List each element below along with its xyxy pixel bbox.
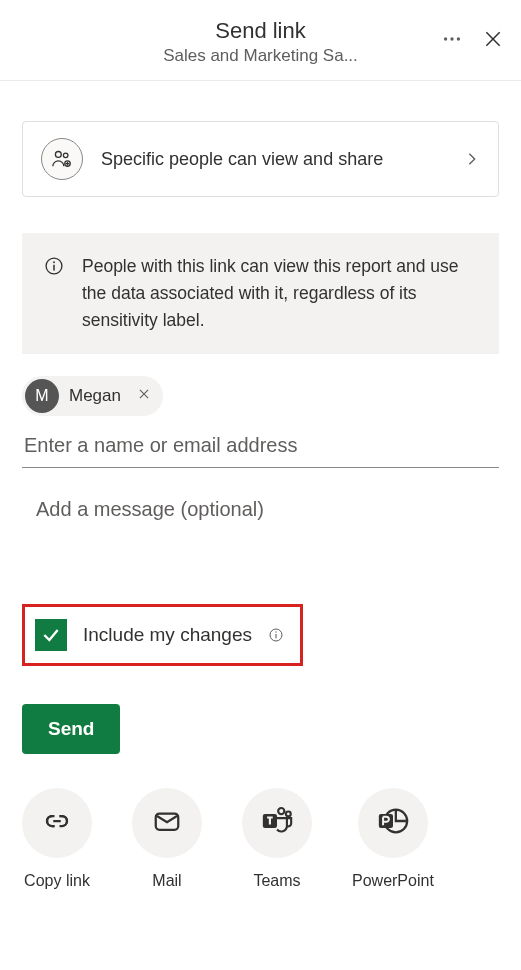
mail-label: Mail: [152, 872, 181, 890]
svg-rect-11: [275, 634, 276, 638]
svg-point-10: [275, 632, 276, 633]
link-settings-text: Specific people can view and share: [101, 149, 383, 170]
avatar: M: [25, 379, 59, 413]
info-banner: People with this link can view this repo…: [22, 233, 499, 354]
svg-point-7: [53, 261, 55, 263]
more-options-icon[interactable]: [441, 28, 463, 50]
include-changes-info-icon[interactable]: [268, 627, 284, 643]
svg-point-3: [55, 151, 61, 157]
recipient-name: Megan: [69, 386, 121, 406]
svg-point-2: [457, 37, 460, 40]
info-icon: [44, 256, 64, 280]
link-icon: [42, 806, 72, 840]
teams-label: Teams: [253, 872, 300, 890]
info-text: People with this link can view this repo…: [82, 253, 477, 334]
dialog-title: Send link: [163, 18, 358, 44]
remove-recipient-icon[interactable]: [137, 387, 151, 405]
svg-point-0: [444, 37, 447, 40]
message-input[interactable]: [22, 468, 499, 598]
copy-link-button[interactable]: Copy link: [22, 788, 92, 890]
link-settings-button[interactable]: Specific people can view and share: [22, 121, 499, 197]
recipient-chip[interactable]: M Megan: [22, 376, 163, 416]
mail-icon: [152, 806, 182, 840]
svg-rect-8: [53, 265, 55, 271]
include-changes-row: Include my changes: [22, 604, 303, 666]
svg-point-1: [450, 37, 453, 40]
close-icon[interactable]: [483, 29, 503, 49]
powerpoint-button[interactable]: PowerPoint: [352, 788, 434, 890]
send-button[interactable]: Send: [22, 704, 120, 754]
teams-icon: [260, 804, 294, 842]
svg-point-13: [278, 808, 284, 814]
svg-point-14: [286, 812, 291, 817]
name-email-input[interactable]: [22, 416, 499, 468]
chevron-right-icon: [464, 151, 480, 167]
copy-link-label: Copy link: [24, 872, 90, 890]
powerpoint-icon: [376, 804, 410, 842]
svg-point-4: [63, 153, 68, 158]
powerpoint-label: PowerPoint: [352, 872, 434, 890]
people-icon: [41, 138, 83, 180]
include-changes-checkbox[interactable]: [35, 619, 67, 651]
dialog-subtitle: Sales and Marketing Sa...: [163, 46, 358, 66]
share-options: Copy link Mail: [22, 788, 499, 920]
mail-button[interactable]: Mail: [132, 788, 202, 890]
include-changes-label: Include my changes: [83, 624, 252, 646]
dialog-header: Send link Sales and Marketing Sa...: [0, 0, 521, 81]
teams-button[interactable]: Teams: [242, 788, 312, 890]
